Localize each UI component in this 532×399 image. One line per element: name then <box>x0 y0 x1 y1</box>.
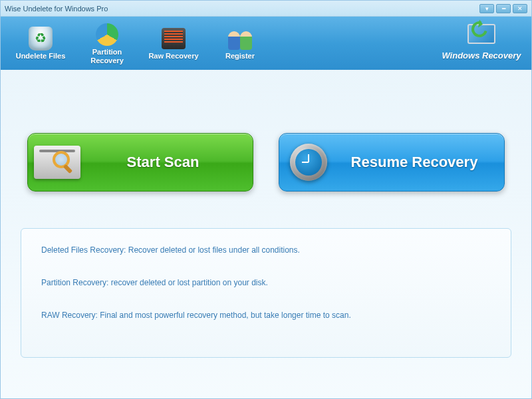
register-button[interactable]: Register <box>207 20 273 66</box>
chip-icon <box>160 26 187 51</box>
undelete-label: Undelete Files <box>16 52 66 61</box>
partition-label: Partition Recovery <box>90 48 124 65</box>
register-label: Register <box>225 52 255 61</box>
resume-recovery-button[interactable]: Resume Recovery <box>279 133 505 192</box>
undelete-files-button[interactable]: Undelete Files <box>7 20 74 66</box>
help-button[interactable]: ▾ <box>479 4 494 13</box>
clock-icon <box>279 133 338 192</box>
drive-scan-icon <box>28 133 86 192</box>
recycle-bin-icon <box>27 26 54 51</box>
info-raw: RAW Recovery: Final and most powerful re… <box>41 311 491 320</box>
toolbar: Undelete Files Partition Recovery Raw Re… <box>1 17 531 70</box>
close-button[interactable]: ✕ <box>513 4 527 13</box>
titlebar: Wise Undelete for Windows Pro ▾ ━ ✕ <box>1 1 531 17</box>
pie-chart-icon <box>94 22 120 47</box>
partition-recovery-button[interactable]: Partition Recovery <box>74 20 140 66</box>
minimize-button[interactable]: ━ <box>496 4 511 13</box>
raw-label: Raw Recovery <box>148 52 198 61</box>
info-panel: Deleted Files Recovery: Recover deleted … <box>21 228 511 358</box>
window-title: Wise Undelete for Windows Pro <box>5 5 477 13</box>
monitor-icon <box>468 25 495 51</box>
info-partition: Partition Recovery: recover deleted or l… <box>41 278 491 287</box>
people-icon <box>227 26 253 51</box>
resume-recovery-label: Resume Recovery <box>338 154 504 171</box>
start-scan-button[interactable]: Start Scan <box>27 133 253 192</box>
action-row: Start Scan Resume Recovery <box>21 133 511 192</box>
windows-recovery-label: Windows Recovery <box>442 51 521 61</box>
raw-recovery-button[interactable]: Raw Recovery <box>140 20 207 66</box>
info-deleted: Deleted Files Recovery: Recover deleted … <box>41 245 491 255</box>
windows-recovery-button[interactable]: Windows Recovery <box>438 20 525 66</box>
start-scan-label: Start Scan <box>86 154 253 171</box>
main-content: Start Scan Resume Recovery Deleted Files… <box>1 70 531 371</box>
